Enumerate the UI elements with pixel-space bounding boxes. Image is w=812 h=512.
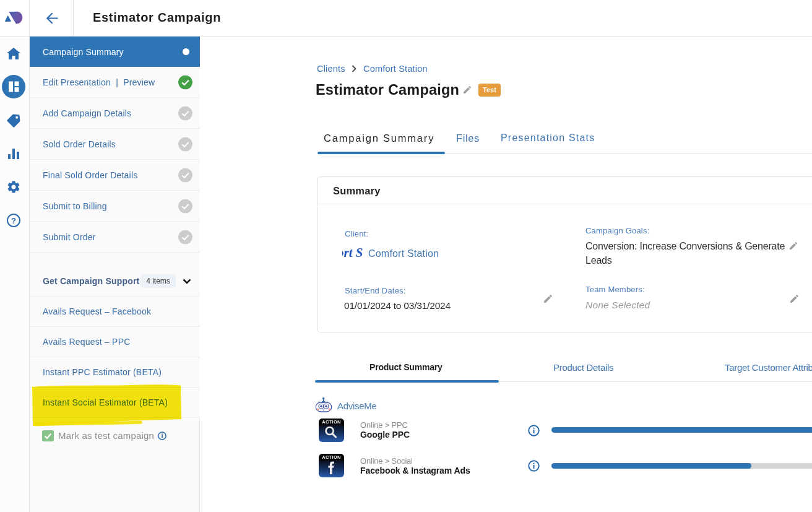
svg-text:?: ? (11, 216, 16, 225)
